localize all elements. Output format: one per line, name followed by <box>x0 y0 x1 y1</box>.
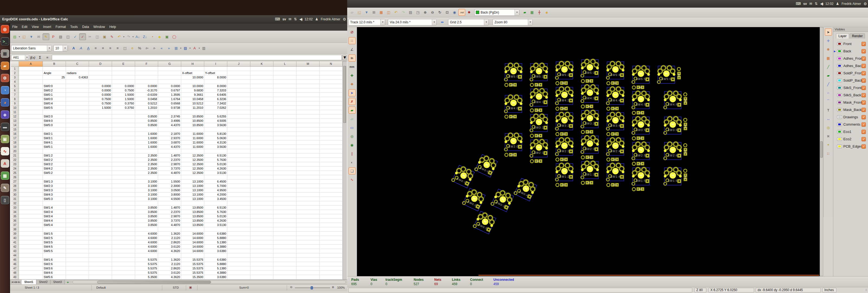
cell-L48[interactable] <box>273 271 297 275</box>
footprint-D3:2[interactable]: D3:2 <box>556 132 568 136</box>
zoom-out-icon[interactable]: ⊖ <box>290 285 292 289</box>
cell-M35[interactable] <box>297 214 319 219</box>
cell-J6[interactable] <box>227 88 250 93</box>
cell-G14[interactable]: 4.4370 <box>158 123 181 127</box>
cell-D45[interactable] <box>89 258 112 262</box>
cell-F14[interactable]: 0.8500 <box>135 123 158 127</box>
cursor-shape-button[interactable]: ✚ <box>348 72 355 79</box>
cell-L24[interactable] <box>273 167 297 171</box>
cell-I33[interactable]: 6.5130 <box>204 206 227 210</box>
cell-L13[interactable] <box>273 119 297 123</box>
cell-M5[interactable] <box>297 84 319 88</box>
cell-N45[interactable] <box>319 258 343 262</box>
cell-B31[interactable]: SW5:3 <box>43 197 66 201</box>
cell-B40[interactable]: SW2:5 <box>43 236 66 240</box>
cell-M22[interactable] <box>297 158 319 162</box>
cell-F7[interactable]: -0.6339 <box>135 93 158 97</box>
row-header-19[interactable]: 19 <box>11 145 19 149</box>
cell-J22[interactable] <box>227 158 250 162</box>
tab-nav-2[interactable]: ▶ <box>16 281 18 283</box>
cell-N32[interactable] <box>319 201 343 206</box>
chevron-down-icon[interactable]: ▼ <box>123 36 125 38</box>
cell-G36[interactable]: 3.7370 <box>158 219 181 223</box>
row-header-38[interactable]: 38 <box>11 227 19 232</box>
cell-B23[interactable]: SW3:2 <box>43 162 66 167</box>
chevron-down-icon[interactable]: ▼ <box>47 45 52 51</box>
cell-A10[interactable] <box>19 106 43 110</box>
footprint-SW1:3[interactable]: HOLESW1:3D1:3 <box>581 160 599 184</box>
footprint-D1:2[interactable]: D1:2 <box>556 183 568 187</box>
row-header-28[interactable]: 28 <box>11 184 19 188</box>
cell-L4[interactable] <box>273 80 297 84</box>
cell-A38[interactable] <box>19 227 43 232</box>
sheet-tab-sheet3[interactable]: Sheet3 <box>51 280 65 284</box>
footprint-SW3:5[interactable]: HOLESW3:5D3:5 <box>632 116 650 140</box>
decrease-indent-button[interactable]: « <box>158 45 165 52</box>
cell-D18[interactable] <box>89 141 112 145</box>
cell-F2[interactable] <box>135 71 158 76</box>
cell-D19[interactable] <box>89 145 112 149</box>
cell-M7[interactable] <box>297 93 319 97</box>
cell-I2[interactable]: Y-offset <box>204 71 227 76</box>
cell-E37[interactable] <box>112 223 135 227</box>
cell-J29[interactable] <box>227 188 250 193</box>
cell-N26[interactable] <box>319 175 343 180</box>
cell-G47[interactable]: 2.8620 <box>158 266 181 271</box>
cell-C37[interactable] <box>66 223 89 227</box>
layer-selector-combo[interactable]: Back (PgDn)▼ <box>474 9 520 16</box>
footprint-D3:5[interactable]: D3:5 <box>632 137 644 140</box>
cell-F6[interactable]: -0.3170 <box>135 88 158 93</box>
footprint-SW4:1[interactable]: HOLESW4:1D4:1 <box>530 88 548 112</box>
cell-D2[interactable] <box>89 71 112 76</box>
cell-G28[interactable]: 2.3000 <box>158 184 181 188</box>
cell-C48[interactable] <box>66 271 89 275</box>
cell-E7[interactable]: 1.5000 <box>112 93 135 97</box>
cell-F5[interactable]: 0.0000 <box>135 84 158 88</box>
footprint-SW0:5[interactable]: HOLESW0:5 <box>473 210 497 234</box>
cell-I30[interactable]: 4.2000 <box>204 193 227 197</box>
cell-B12[interactable]: SW2:0 <box>43 115 66 119</box>
cell-H43[interactable]: 14.6000 <box>181 249 204 254</box>
align-right-button[interactable]: ≡ <box>107 45 114 52</box>
layer-visibility-checkbox[interactable]: ✓ <box>862 100 866 105</box>
cell-F19[interactable]: 1.6000 <box>135 145 158 149</box>
row-header-34[interactable]: 34 <box>11 210 19 214</box>
column-header-F[interactable]: F <box>135 61 158 67</box>
cell-L18[interactable] <box>273 141 297 145</box>
cell-A22[interactable] <box>19 158 43 162</box>
cell-I46[interactable]: 5.8880 <box>204 262 227 266</box>
cell-H48[interactable]: 15.5375 <box>181 271 204 275</box>
layer-visibility-checkbox[interactable]: ✓ <box>862 115 866 119</box>
cell-J4[interactable] <box>227 80 250 84</box>
layer-row-eco2[interactable]: Eco2✓ <box>833 136 868 143</box>
cell-M15[interactable] <box>297 127 319 132</box>
cell-H35[interactable]: 13.8500 <box>181 214 204 219</box>
cell-F36[interactable]: 3.8500 <box>135 219 158 223</box>
format-currency-button[interactable]: ¤ <box>129 45 135 52</box>
footprint-SW3:1[interactable]: HOLESW3:1D3:1 <box>530 113 548 138</box>
row-header-12[interactable]: 12 <box>11 115 19 119</box>
cell-A1[interactable] <box>19 67 43 71</box>
cell-K34[interactable] <box>250 210 273 214</box>
footprint-D5:3[interactable]: D5:3 <box>581 79 593 83</box>
cell-J1[interactable] <box>227 67 250 71</box>
cell-N29[interactable] <box>319 188 343 193</box>
cell-B1[interactable] <box>43 67 66 71</box>
footprint-SW4:3[interactable]: HOLESW4:3D4:3 <box>581 84 599 108</box>
microwave-tools-button[interactable]: ∿ <box>348 176 355 183</box>
cell-E47[interactable] <box>112 266 135 271</box>
cell-H31[interactable]: 13.1000 <box>181 197 204 201</box>
footprint-SW2:2[interactable]: HOLESW2:2D2:2 <box>556 137 574 162</box>
cell-C42[interactable] <box>66 245 89 249</box>
cell-A47[interactable] <box>19 266 43 271</box>
row-header-21[interactable]: 21 <box>11 153 19 158</box>
cell-F12[interactable]: 0.8500 <box>135 115 158 119</box>
column-header-E[interactable]: E <box>112 61 135 67</box>
cell-I10[interactable]: 7.0262 <box>204 106 227 110</box>
footprint-SW2:1[interactable]: HOLESW2:1D2:1 <box>530 139 548 163</box>
cell-E9[interactable]: 0.3750 <box>112 101 135 106</box>
cell-N22[interactable] <box>319 158 343 162</box>
row-header-30[interactable]: 30 <box>11 193 19 197</box>
layer-visibility-checkbox[interactable]: ✓ <box>862 64 866 68</box>
launcher-item-media-player[interactable]: ◈ <box>1 110 9 119</box>
